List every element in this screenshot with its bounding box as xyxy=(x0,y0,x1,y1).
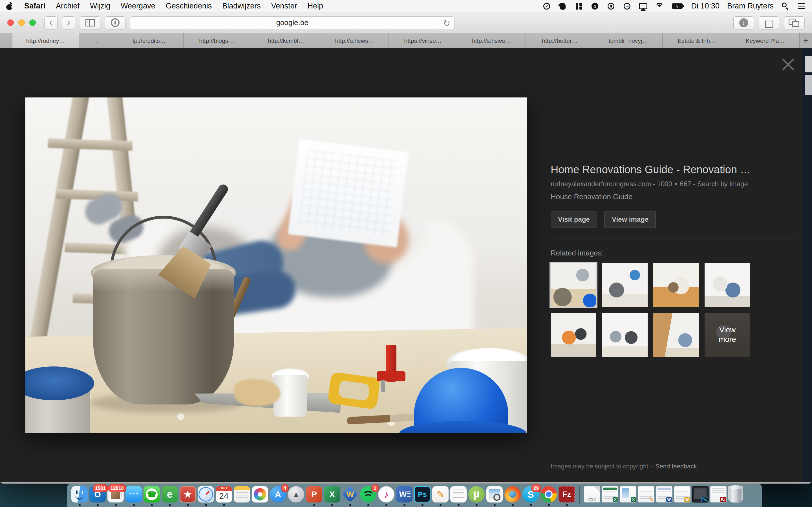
tab[interactable]: http://kcmbl… xyxy=(252,33,320,48)
dock-firefox[interactable] xyxy=(504,486,521,503)
dock-preview[interactable] xyxy=(486,486,503,503)
tab[interactable]: http://s.hsws… xyxy=(457,33,526,48)
onepassword-menu-icon[interactable] xyxy=(607,2,615,10)
dock-wunderlist[interactable]: ★ xyxy=(180,486,196,503)
dock-messages[interactable]: ⋯ xyxy=(125,486,142,503)
result-title[interactable]: Home Renovations Guide - Renovation … xyxy=(551,164,795,176)
tab[interactable]: https://vinso… xyxy=(389,33,457,48)
creative-cloud-icon[interactable]: ∞ xyxy=(623,2,631,10)
send-feedback-link[interactable]: Send feedback xyxy=(656,463,697,470)
dock-appstore[interactable]: A4 xyxy=(270,486,286,503)
dock-word[interactable]: W xyxy=(396,486,412,503)
new-tab-button[interactable]: + xyxy=(800,33,812,48)
address-bar[interactable]: google.be ↻ xyxy=(130,16,455,29)
menu-geschiedenis[interactable]: Geschiedenis xyxy=(166,2,212,10)
zoom-window-button[interactable] xyxy=(29,19,36,26)
dock-photoshop[interactable]: Ps xyxy=(414,486,430,503)
dock-skype[interactable]: S29 xyxy=(522,486,539,503)
close-window-button[interactable] xyxy=(7,19,14,26)
menu-clock[interactable]: Di 10:30 xyxy=(691,2,719,10)
wifi-icon[interactable] xyxy=(655,2,663,10)
onepassword-button[interactable] xyxy=(105,16,125,29)
dock-spotify[interactable]: 1 xyxy=(360,486,376,503)
menu-bladwijzers[interactable]: Bladwijzers xyxy=(222,2,261,10)
main-image[interactable] xyxy=(26,98,527,433)
related-image-7[interactable] xyxy=(653,313,699,357)
related-image-1[interactable] xyxy=(551,263,596,307)
visit-page-button[interactable]: Visit page xyxy=(551,211,597,228)
related-view-more[interactable]: View more xyxy=(705,313,750,357)
tab[interactable]: http://blogs-… xyxy=(184,33,252,48)
menu-wijzig[interactable]: Wijzig xyxy=(90,2,110,10)
dock-pages[interactable]: ✎ xyxy=(432,486,449,503)
tab[interactable]: tp://credits… xyxy=(115,33,184,48)
evernote-menu-icon[interactable] xyxy=(559,2,567,10)
tab[interactable]: Estate & Inh… xyxy=(663,33,731,48)
dock-doc-excel[interactable]: X xyxy=(602,486,618,503)
related-image-5[interactable] xyxy=(551,313,596,357)
tab[interactable]: . xyxy=(79,33,115,48)
dock-calendar[interactable]: MEI24 xyxy=(216,486,232,503)
battery-charging-icon[interactable]: ϟ xyxy=(671,2,683,10)
dock-finder[interactable] xyxy=(71,486,88,503)
dock-outlook[interactable]: O1581 xyxy=(89,486,106,503)
things-check-icon[interactable]: ✓ xyxy=(543,2,551,10)
dock-utorrent[interactable]: µ xyxy=(468,486,485,503)
dock-filezilla[interactable]: Fz xyxy=(559,486,575,503)
dock-textedit[interactable] xyxy=(450,486,467,503)
view-image-button[interactable]: View image xyxy=(605,211,656,228)
menu-weergave[interactable]: Weergave xyxy=(121,2,155,10)
tab[interactable] xyxy=(0,33,12,48)
menu-safari[interactable]: Safari xyxy=(24,2,45,10)
related-image-6[interactable] xyxy=(602,313,648,357)
menu-venster[interactable]: Venster xyxy=(271,2,297,10)
dock-facetime[interactable]: ☎ xyxy=(144,486,160,503)
dock-mail[interactable]: 12810 xyxy=(107,486,124,503)
dock-chrome[interactable] xyxy=(541,486,557,503)
dock-win-ps[interactable]: Ps xyxy=(692,486,709,503)
dock-trash[interactable] xyxy=(728,486,743,503)
tab-active[interactable]: http://rodney… xyxy=(12,33,79,48)
spotlight-icon[interactable] xyxy=(781,2,790,10)
forward-button[interactable]: › xyxy=(62,16,75,29)
tab[interactable]: http://s.hsws… xyxy=(320,33,389,48)
minimize-window-button[interactable] xyxy=(18,19,25,26)
shazam-icon[interactable]: S xyxy=(591,2,599,10)
window-panes-icon[interactable] xyxy=(574,2,583,10)
notification-center-icon[interactable] xyxy=(797,2,806,10)
dock-safari[interactable] xyxy=(198,486,214,503)
show-tabs-button[interactable] xyxy=(784,16,805,29)
share-button[interactable]: ↑ xyxy=(759,16,779,29)
dock-doc-pages[interactable]: ✎ xyxy=(638,486,654,503)
sidebar-button[interactable] xyxy=(80,16,100,29)
back-button[interactable]: ‹ xyxy=(44,16,57,29)
menu-archief[interactable]: Archief xyxy=(56,2,80,10)
dock-doc-csv[interactable]: CSV xyxy=(584,486,600,503)
airplay-icon[interactable] xyxy=(639,2,647,10)
dock-excel[interactable]: X xyxy=(324,486,340,503)
dock-powerpoint[interactable]: P xyxy=(306,486,322,503)
dock-doc-word[interactable]: W xyxy=(656,486,672,503)
dock-launchpad[interactable]: ▲ xyxy=(288,486,304,503)
dock-notes[interactable] xyxy=(234,486,250,503)
downloads-button[interactable]: ↓ xyxy=(733,16,754,29)
tab[interactable]: tumblr_novyj… xyxy=(594,33,663,48)
related-image-2[interactable] xyxy=(602,263,648,307)
reload-button[interactable]: ↻ xyxy=(443,18,450,28)
dock-evernote[interactable]: e xyxy=(161,486,178,503)
related-image-3[interactable] xyxy=(653,263,699,307)
related-image-4[interactable] xyxy=(705,263,750,307)
dock-doc-excel2[interactable]: X xyxy=(620,486,637,503)
close-lightbox-button[interactable] xyxy=(779,55,797,73)
apple-menu-icon[interactable] xyxy=(6,2,13,10)
tab[interactable]: Keyword Pla… xyxy=(731,33,800,48)
search-by-image-link[interactable]: Search by image xyxy=(697,180,748,187)
dock-photos[interactable] xyxy=(252,486,268,503)
menu-help[interactable]: Help xyxy=(307,2,323,10)
dock-doc-plain[interactable]: W xyxy=(674,486,691,503)
tab[interactable]: http://better… xyxy=(526,33,594,48)
menu-user-name[interactable]: Bram Ruyters xyxy=(727,2,774,10)
dock-itunes[interactable]: ♪ xyxy=(378,486,395,503)
dock-win-fz[interactable]: Fz xyxy=(710,486,726,503)
dock-wdiamond[interactable]: W xyxy=(342,486,358,503)
